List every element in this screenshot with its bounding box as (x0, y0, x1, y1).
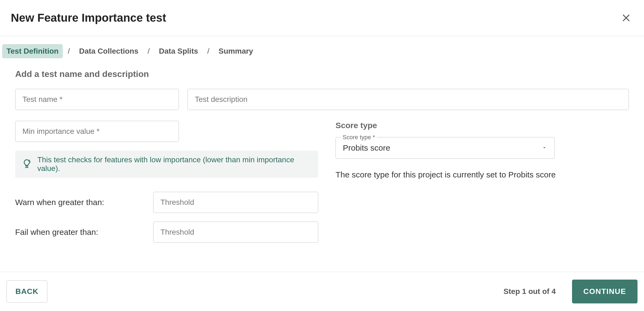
breadcrumb-separator: / (148, 47, 150, 56)
test-name-input[interactable] (15, 89, 179, 110)
warn-threshold-input[interactable] (153, 192, 318, 213)
breadcrumb-separator: / (68, 47, 70, 56)
back-button[interactable]: BACK (6, 280, 47, 303)
hint-box: This test checks for features with low i… (15, 151, 318, 178)
test-description-input[interactable] (188, 89, 629, 110)
breadcrumb-data-collections[interactable]: Data Collections (75, 44, 143, 58)
fail-threshold-input[interactable] (153, 222, 318, 243)
lightbulb-icon (22, 158, 32, 170)
hint-text: This test checks for features with low i… (37, 156, 312, 173)
breadcrumb-data-splits[interactable]: Data Splits (155, 44, 202, 58)
step-indicator: Step 1 out of 4 (504, 287, 556, 296)
chevron-down-icon (541, 143, 547, 153)
breadcrumb-separator: / (207, 47, 209, 56)
breadcrumb-test-definition[interactable]: Test Definition (2, 44, 63, 58)
continue-button[interactable]: CONTINUE (572, 280, 638, 303)
warn-threshold-label: Warn when greater than: (15, 198, 153, 207)
breadcrumb-summary[interactable]: Summary (214, 44, 258, 58)
score-type-message: The score type for this project is curre… (336, 170, 629, 179)
score-type-selected-value: Probits score (343, 143, 390, 153)
section-heading: Add a test name and description (15, 69, 629, 79)
close-icon[interactable] (619, 11, 633, 25)
score-type-heading: Score type (336, 121, 629, 130)
score-type-legend: Score type * (341, 134, 377, 141)
breadcrumb: Test Definition / Data Collections / Dat… (0, 36, 644, 66)
fail-threshold-label: Fail when greater than: (15, 228, 153, 237)
min-importance-input[interactable] (15, 121, 179, 142)
page-title: New Feature Importance test (11, 11, 166, 24)
